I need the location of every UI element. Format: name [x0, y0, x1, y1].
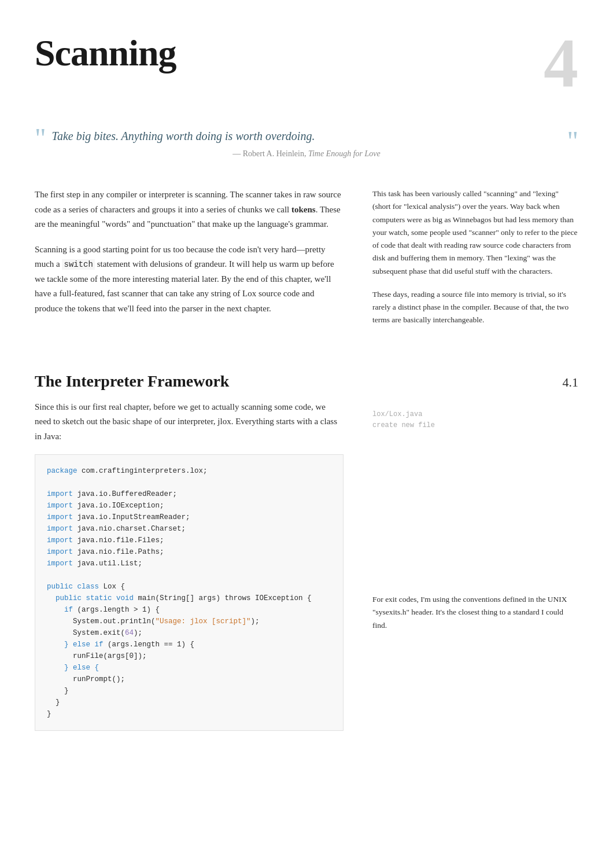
- code-kw-public: public class: [47, 583, 104, 591]
- code-close-main: }: [56, 698, 60, 707]
- code-main-method: main(String[] args) throws IOException {: [138, 594, 312, 602]
- code-line-close-main: }: [47, 697, 331, 708]
- code-kw-import4: import: [47, 525, 77, 533]
- quote-author-name: Robert A. Heinlein: [243, 149, 304, 158]
- inline-code-switch: switch: [62, 259, 94, 270]
- quote-author: —: [232, 149, 243, 158]
- code-exit: System.exit(: [73, 629, 125, 637]
- close-quote-mark: ": [567, 127, 578, 155]
- code-line-import6: import java.nio.file.Paths;: [47, 546, 331, 558]
- code-line-import4: import java.nio.charset.Charset;: [47, 523, 331, 535]
- code-string-usage: "Usage: jlox [script]": [156, 617, 251, 626]
- code-runprompt: runPrompt();: [73, 675, 125, 683]
- code-elseif-cond: (args.length == 1) {: [108, 641, 194, 649]
- code-line-import3: import java.io.InputStreamReader;: [47, 512, 331, 523]
- code-line-import1: import java.io.BufferedReader;: [47, 488, 331, 500]
- code-line-println: System.out.println("Usage: jlox [script]…: [47, 616, 331, 627]
- chapter-number: 4: [544, 29, 578, 98]
- quote-content: Take big bites. Anything worth doing is …: [52, 127, 562, 159]
- code-block: package com.craftinginterpreters.lox; im…: [35, 454, 344, 731]
- code-import7: java.util.List;: [77, 560, 143, 568]
- sidebar-file-info: lox/Lox.java create new file: [372, 409, 578, 431]
- code-kw-import2: import: [47, 502, 77, 510]
- main-right-column: This task has been variously called "sca…: [372, 187, 578, 337]
- section-number: 4.1: [563, 375, 579, 390]
- code-line-exit: System.exit(64);: [47, 627, 331, 639]
- file-action: create new file: [372, 420, 578, 431]
- quote-text: Take big bites. Anything worth doing is …: [52, 127, 562, 145]
- quote-separator: ,: [304, 149, 308, 158]
- main-left-column: The first step in any compiler or interp…: [35, 187, 344, 337]
- chapter-title: Scanning: [35, 35, 176, 72]
- code-line-elseif: } else if (args.length == 1) {: [47, 639, 331, 650]
- code-kw-import6: import: [47, 548, 77, 556]
- code-package-name: com.craftinginterpreters.lox;: [82, 467, 208, 475]
- code-line-blank1: [47, 477, 331, 488]
- code-exit-code: 64: [125, 629, 134, 637]
- code-kw-main: public static void: [56, 594, 138, 602]
- bold-tokens: tokens: [291, 205, 316, 214]
- section-header: The Interpreter Framework 4.1: [35, 366, 578, 391]
- code-line-blank2: [47, 569, 331, 581]
- code-line-else: } else {: [47, 662, 331, 674]
- code-println-close: );: [251, 617, 260, 626]
- code-line-import2: import java.io.IOException;: [47, 500, 331, 512]
- code-println: System.out.println(: [73, 617, 156, 626]
- code-line-package: package com.craftinginterpreters.lox;: [47, 465, 331, 477]
- chapter-header: Scanning 4: [35, 35, 578, 104]
- code-exit-close: );: [134, 629, 142, 637]
- section-content: Since this is our first real chapter, be…: [35, 400, 578, 731]
- code-kw-import5: import: [47, 536, 77, 545]
- file-name: lox/Lox.java: [372, 409, 578, 420]
- quote-attribution: — Robert A. Heinlein, Time Enough for Lo…: [52, 149, 562, 159]
- code-line-import7: import java.util.List;: [47, 558, 331, 569]
- code-line-close-if: }: [47, 685, 331, 697]
- code-kw-package: package: [47, 467, 82, 475]
- code-kw-import7: import: [47, 560, 77, 568]
- code-runfile: runFile(args[0]);: [73, 652, 147, 660]
- code-close-class: }: [47, 710, 51, 718]
- code-line-if1: if (args.length > 1) {: [47, 604, 331, 616]
- quote-section: " Take big bites. Anything worth doing i…: [35, 122, 578, 164]
- intro-paragraph-1: The first step in any compiler or interp…: [35, 187, 344, 232]
- code-import3: java.io.InputStreamReader;: [77, 513, 190, 521]
- section-right: lox/Lox.java create new file For exit co…: [372, 400, 578, 731]
- code-kw-import3: import: [47, 513, 77, 521]
- sidebar-paragraph-2: These days, reading a source file into m…: [372, 288, 578, 327]
- section-title: The Interpreter Framework: [35, 372, 229, 391]
- code-line-runfile: runFile(args[0]);: [47, 650, 331, 662]
- code-if1-cond: (args.length > 1) {: [77, 606, 160, 614]
- code-import5: java.nio.file.Files;: [77, 536, 164, 545]
- code-line-class: public class Lox {: [47, 581, 331, 593]
- code-import6: java.nio.file.Paths;: [77, 548, 164, 556]
- code-line-import5: import java.nio.file.Files;: [47, 535, 331, 546]
- code-line-runprompt: runPrompt();: [47, 674, 331, 685]
- section-intro: Since this is our first real chapter, be…: [35, 400, 344, 444]
- main-content: The first step in any compiler or interp…: [35, 187, 578, 337]
- section-sidebar-note: For exit codes, I'm using the convention…: [372, 593, 578, 632]
- section-left: Since this is our first real chapter, be…: [35, 400, 344, 731]
- code-line-close-class: }: [47, 708, 331, 720]
- code-kw-if1: if: [64, 606, 77, 614]
- open-quote-mark: ": [35, 124, 46, 152]
- code-line-main: public static void main(String[] args) t…: [47, 593, 331, 604]
- page: Scanning 4 " Take big bites. Anything wo…: [35, 35, 578, 731]
- code-import4: java.nio.charset.Charset;: [77, 525, 186, 533]
- code-kw-elseif: } else if: [64, 641, 108, 649]
- code-kw-else: } else {: [64, 664, 99, 672]
- code-class-name: Lox {: [104, 583, 125, 591]
- quote-work: Time Enough for Love: [308, 149, 381, 158]
- code-import1: java.io.BufferedReader;: [77, 490, 178, 498]
- intro-paragraph-2: Scanning is a good starting point for us…: [35, 242, 344, 317]
- code-close-if: }: [64, 687, 69, 695]
- sidebar-paragraph-1: This task has been variously called "sca…: [372, 187, 578, 278]
- code-kw-import1: import: [47, 490, 77, 498]
- code-import2: java.io.IOException;: [77, 502, 164, 510]
